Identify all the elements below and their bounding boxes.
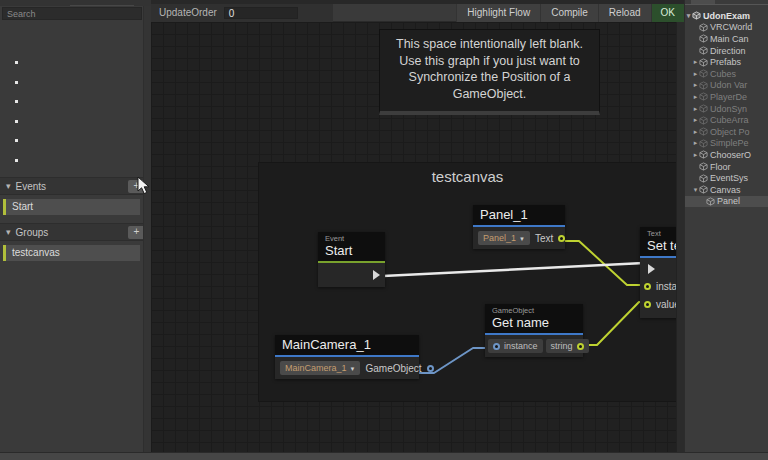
hierarchy-row[interactable]: ▸Object Po: [685, 126, 768, 138]
tab-settings[interactable]: Settings: [70, 5, 134, 6]
node-start-header: Event Start: [318, 232, 385, 261]
groups-section-header[interactable]: ▾ Groups +: [0, 223, 151, 241]
gameobject-cube-icon: [699, 185, 708, 194]
collapse-triangle-icon[interactable]: ▾: [685, 12, 692, 20]
hierarchy-row[interactable]: ▸Udon Var: [685, 80, 768, 92]
hierarchy-row[interactable]: ▾Canvas: [685, 184, 768, 196]
group-item-testcanvas[interactable]: testcanvas: [3, 245, 140, 261]
gameobject-cube-icon: [706, 197, 715, 206]
node-panel1[interactable]: Panel_1 Panel_1▼ Text: [473, 205, 565, 249]
update-order-input[interactable]: 0: [224, 7, 298, 19]
hierarchy-row[interactable]: ▸ChooserO: [685, 149, 768, 161]
hierarchy-row[interactable]: Floor: [685, 161, 768, 173]
update-order-group: UpdateOrder 0: [151, 4, 333, 22]
udon-graph-window: Empty UpdateOrder 0 Highlight Flow Compi…: [151, 0, 684, 452]
expand-triangle-icon[interactable]: ▸: [692, 139, 699, 147]
sidebar-scrollbar[interactable]: [143, 6, 151, 452]
hierarchy-panel: ▾UdonExamVRCWorldMain CanDirection▸Prefa…: [684, 0, 768, 452]
gameobject-cube-icon: [699, 127, 708, 136]
hierarchy-item-label: Direction: [710, 46, 746, 56]
instance-in-chip[interactable]: instance: [488, 339, 543, 353]
hierarchy-row[interactable]: VRCWorld: [685, 22, 768, 34]
hierarchy-item-label: CubeArra: [710, 115, 749, 125]
hierarchy-row[interactable]: ▸CubeArra: [685, 114, 768, 126]
icon-wrap: [699, 116, 708, 125]
graph-scrollbar[interactable]: [676, 22, 684, 452]
update-order-label: UpdateOrder: [159, 7, 217, 18]
sidebar-bullet[interactable]: [15, 139, 18, 142]
hierarchy-row[interactable]: ▸Cubes: [685, 68, 768, 80]
hierarchy-item-label: Cubes: [710, 69, 736, 79]
reload-button[interactable]: Reload: [598, 4, 651, 22]
instance-in-port[interactable]: [493, 343, 500, 350]
icon-wrap: [699, 150, 708, 159]
icon-wrap: [699, 23, 708, 32]
sidebar-bullet[interactable]: [15, 159, 18, 162]
string-out-chip[interactable]: string: [546, 339, 589, 353]
hierarchy-row[interactable]: EventSys: [685, 172, 768, 184]
icon-wrap: [699, 127, 708, 136]
gameobject-cube-icon: [699, 162, 708, 171]
icon-wrap: [699, 104, 708, 113]
sidebar-bullet[interactable]: [15, 81, 18, 84]
search-input[interactable]: Search: [2, 7, 142, 20]
gameobject-cube-icon: [699, 116, 708, 125]
hierarchy-row[interactable]: ▸Prefabs: [685, 56, 768, 68]
expand-triangle-icon[interactable]: ▸: [692, 93, 699, 101]
hierarchy-row[interactable]: ▸SimplePe: [685, 138, 768, 150]
hierarchy-item-label: EventSys: [710, 173, 748, 183]
hierarchy-row[interactable]: ▸PlayerDe: [685, 91, 768, 103]
gameobject-cube-icon: [699, 81, 708, 90]
node-maincamera-body: MainCamera_1▼ GameObject: [275, 357, 419, 379]
gameobject-cube-icon: [699, 23, 708, 32]
expand-triangle-icon[interactable]: ▸: [692, 105, 699, 113]
text-out-port[interactable]: [558, 235, 565, 242]
unity-scene-icon: [692, 11, 701, 20]
node-title: Panel_1: [480, 207, 558, 222]
node-maincamera[interactable]: MainCamera_1 MainCamera_1▼ GameObject: [275, 335, 419, 379]
panel1-dropdown[interactable]: Panel_1▼: [478, 231, 530, 245]
hierarchy-row[interactable]: Main Can: [685, 33, 768, 45]
flow-in-port[interactable]: [648, 264, 655, 274]
node-panel1-body: Panel_1▼ Text: [473, 227, 565, 249]
expand-triangle-icon[interactable]: ▸: [692, 58, 699, 66]
hierarchy-row[interactable]: ▾UdonExam: [685, 10, 768, 22]
expand-triangle-icon[interactable]: ▸: [692, 70, 699, 78]
highlight-flow-button[interactable]: Highlight Flow: [456, 4, 540, 22]
group-title: testcanvas: [259, 168, 676, 185]
groups-section-label: Groups: [16, 227, 128, 238]
node-start[interactable]: Event Start: [318, 232, 385, 287]
status-bar: [0, 452, 768, 460]
hierarchy-row[interactable]: Direction: [685, 45, 768, 57]
expand-triangle-icon[interactable]: ▸: [692, 116, 699, 124]
string-out-port[interactable]: [577, 343, 584, 350]
sidebar-bullet[interactable]: [15, 100, 18, 103]
hierarchy-row[interactable]: Panel: [685, 196, 768, 208]
gameobject-out-port[interactable]: [427, 365, 434, 372]
expand-triangle-icon[interactable]: ▸: [692, 151, 699, 159]
sidebar-bullet[interactable]: [15, 61, 18, 64]
events-section-header[interactable]: ▾ Events +: [0, 177, 151, 195]
collapse-triangle-icon[interactable]: ▾: [692, 186, 699, 194]
value-in-port[interactable]: [644, 301, 651, 308]
hierarchy-item-label: Udon Var: [710, 80, 747, 90]
hierarchy-item-label: Panel: [717, 196, 740, 206]
node-getname[interactable]: GameObject Get name instance string: [485, 304, 583, 357]
expand-triangle-icon[interactable]: ▸: [692, 81, 699, 89]
hierarchy-row[interactable]: ▸UdonSyn: [685, 103, 768, 115]
tab-welcome[interactable]: Welcome: [0, 5, 70, 6]
chevron-down-icon: ▾: [6, 227, 11, 237]
events-section-label: Events: [16, 181, 128, 192]
sidebar-bullet[interactable]: [15, 120, 18, 123]
icon-wrap: [699, 185, 708, 194]
node-type-label: Event: [325, 234, 378, 243]
instance-in-port[interactable]: [644, 283, 651, 290]
expand-triangle-icon[interactable]: ▸: [692, 128, 699, 136]
compile-button[interactable]: Compile: [540, 4, 598, 22]
maincamera-dropdown[interactable]: MainCamera_1▼: [280, 361, 360, 375]
event-item-start[interactable]: Start: [3, 199, 140, 215]
ok-button[interactable]: OK: [651, 4, 684, 22]
flow-out-port[interactable]: [373, 270, 380, 280]
node-start-body: [318, 263, 385, 287]
icon-wrap: [699, 92, 708, 101]
